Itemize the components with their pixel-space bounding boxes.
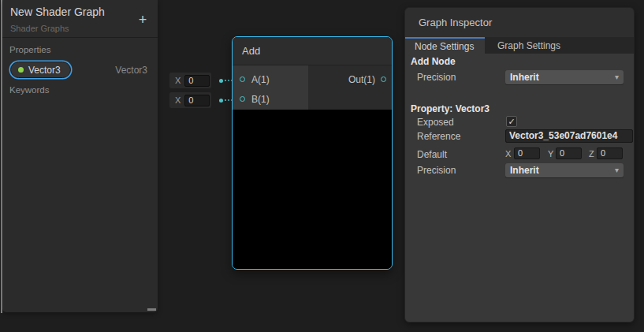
node-port-section: A(1) B(1) Out(1) (233, 65, 392, 110)
graph-inspector-panel: Graph Inspector Node Settings Graph Sett… (404, 7, 635, 323)
keywords-section-label: Keywords (9, 85, 50, 95)
input-a-inline-widget: X 0 (169, 73, 211, 88)
chevron-down-icon: ▾ (615, 166, 619, 174)
port-row-out: Out(1) (308, 69, 392, 89)
exposed-checkbox[interactable]: ✓ (506, 116, 517, 127)
input-b-value-field[interactable]: 0 (184, 95, 210, 106)
port-row-b: B(1) (233, 89, 308, 109)
property-name: Vector3 (28, 65, 61, 76)
inspector-titlebar[interactable]: Graph Inspector (405, 8, 634, 37)
dropdown-value: Inherit (510, 165, 539, 176)
node-precision-dropdown[interactable]: Inherit ▾ (505, 70, 624, 84)
axis-label: X (175, 95, 181, 105)
property-dot-icon (18, 67, 24, 73)
default-z-field[interactable]: 0 (597, 147, 623, 159)
dropdown-value: Inherit (510, 72, 539, 83)
default-y-field[interactable]: 0 (556, 147, 582, 159)
property-type-label: Vector3 (115, 65, 147, 76)
precision-label: Precision (417, 72, 456, 83)
checkmark-icon: ✓ (508, 117, 515, 126)
node-titlebar[interactable]: Add (233, 37, 392, 65)
node-output-column: Out(1) (308, 65, 392, 110)
exposed-label: Exposed (417, 117, 454, 128)
port-a-label: A(1) (251, 74, 270, 85)
axis-x-label: X (505, 149, 511, 159)
port-a-icon[interactable] (240, 76, 245, 82)
graph-subtitle: Shader Graphs (10, 24, 69, 33)
property-pill-vector3[interactable]: Vector3 (10, 62, 71, 78)
axis-label: X (175, 76, 181, 85)
blackboard-resize-grip[interactable] (147, 308, 156, 311)
exposed-row: Exposed ✓ (405, 115, 634, 129)
graph-title: New Shader Graph (10, 6, 105, 18)
property-precision-dropdown[interactable]: Inherit ▾ (505, 163, 624, 177)
reference-label: Reference (417, 131, 460, 142)
edge-dot-b[interactable] (219, 99, 223, 103)
add-node[interactable]: Add A(1) B(1) Out(1) (232, 36, 393, 270)
tab-graph-settings[interactable]: Graph Settings (485, 37, 634, 54)
input-b-inline-widget: X 0 (169, 92, 211, 108)
axis-y-label: Y (548, 149, 553, 159)
default-x-field[interactable]: 0 (514, 147, 540, 159)
port-b-icon[interactable] (240, 96, 245, 102)
blackboard-panel: New Shader Graph Shader Graphs + Propert… (2, 0, 158, 312)
node-title: Add (242, 45, 260, 57)
default-row: Default X 0 Y 0 Z 0 (405, 147, 634, 162)
port-out-icon[interactable] (381, 76, 386, 82)
input-a-value-field[interactable]: 0 (184, 75, 210, 87)
node-input-column: A(1) B(1) (233, 65, 308, 110)
inspector-title: Graph Inspector (419, 17, 492, 28)
properties-section-label: Properties (9, 45, 50, 54)
axis-z-label: Z (589, 149, 594, 159)
port-out-label: Out(1) (348, 74, 375, 85)
default-label: Default (417, 149, 447, 160)
chevron-down-icon: ▾ (615, 73, 619, 81)
property-heading: Property: Vector3 (411, 103, 490, 114)
reference-input[interactable]: Vector3_53e07ad7601e4 (505, 129, 633, 143)
add-property-button[interactable]: + (135, 11, 151, 28)
edge-dot-a[interactable] (219, 79, 223, 83)
port-row-a: A(1) (233, 69, 308, 89)
shader-graph-window: New Shader Graph Shader Graphs + Propert… (0, 0, 644, 332)
plus-icon: + (139, 12, 147, 28)
blackboard-header: New Shader Graph Shader Graphs + (2, 0, 158, 38)
property-precision-row: Precision Inherit ▾ (405, 163, 634, 177)
port-b-label: B(1) (251, 94, 270, 105)
precision-label: Precision (417, 165, 456, 176)
node-preview (233, 110, 392, 269)
reference-row: Reference Vector3_53e07ad7601e4 (405, 129, 634, 144)
tab-node-settings[interactable]: Node Settings (405, 37, 485, 54)
inspector-content: Add Node Precision Inherit ▾ Property: V… (405, 54, 634, 322)
add-node-heading: Add Node (411, 56, 456, 67)
node-precision-row: Precision Inherit ▾ (405, 70, 634, 84)
inspector-tabrow: Node Settings Graph Settings (405, 37, 634, 54)
